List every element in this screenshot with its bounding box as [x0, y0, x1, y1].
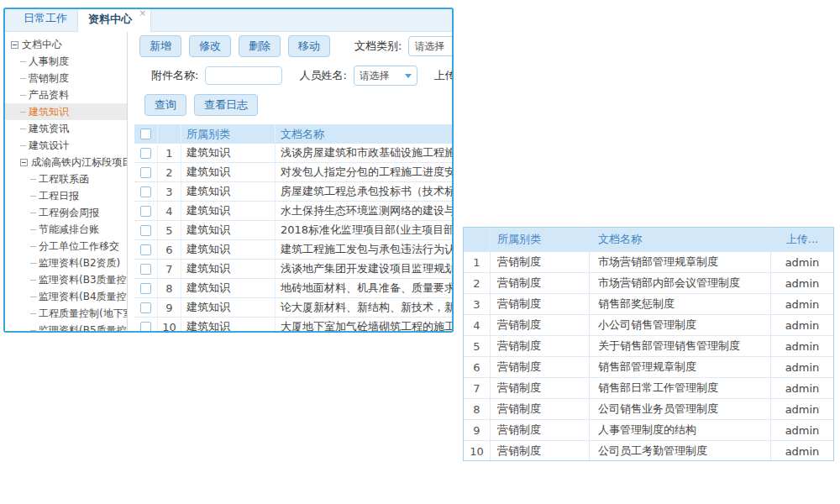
tree-item-supervision-b2[interactable]: 监理资料(B2资质) — [5, 255, 127, 271]
row-checkbox[interactable] — [140, 244, 151, 255]
delete-button[interactable]: 删除 — [239, 35, 281, 57]
table-row[interactable]: 6 营销制度 销售部管理规章制度 admin — [464, 356, 833, 377]
close-icon[interactable]: × — [139, 8, 146, 18]
table-row[interactable]: 9 建筑知识 论大厦新材料、新结构、新技术，新工... — [134, 298, 452, 318]
table-row[interactable]: 9 营销制度 人事管理制度的结构 admin — [464, 419, 833, 440]
tree-item-weekly-meeting[interactable]: 工程例会周报 — [5, 204, 127, 221]
row-category: 营销制度 — [491, 399, 590, 419]
table-row[interactable]: 7 营销制度 销售部日常工作管理制度 admin — [464, 377, 833, 398]
table-row[interactable]: 8 建筑知识 地砖地面材料、机具准备、质量要求及... — [134, 279, 452, 298]
row-checkbox[interactable] — [140, 167, 151, 178]
row-category: 营销制度 — [491, 336, 590, 356]
tree-item-energy-ledger[interactable]: 节能减排台账 — [5, 221, 127, 238]
collapse-icon[interactable] — [20, 159, 28, 166]
tree-item-product-data[interactable]: 产品资料 — [5, 87, 127, 103]
tree-item-quality-basement[interactable]: 工程质量控制(地下室) — [5, 305, 127, 322]
select-all-checkbox[interactable] — [140, 129, 151, 139]
row-checkbox[interactable] — [140, 148, 151, 159]
collapse-icon[interactable] — [11, 41, 18, 49]
row-category: 建筑知识 — [181, 260, 276, 278]
row-checkbox[interactable] — [140, 322, 151, 332]
row-doc-name: 销售部日常工作管理制度 — [590, 378, 771, 398]
row-index: 9 — [158, 298, 181, 317]
row-doc-name: 房屋建筑工程总承包投标书（技术标）... — [276, 182, 452, 201]
row-uploader: admin — [771, 294, 833, 314]
view-log-button[interactable]: 查看日志 — [194, 94, 258, 116]
tree-item-label: 产品资料 — [29, 87, 69, 103]
table-row[interactable]: 1 建筑知识 浅谈房屋建筑和市政基础设施工程施工... — [134, 144, 452, 163]
add-button[interactable]: 新增 — [139, 35, 181, 57]
table-row[interactable]: 1 营销制度 市场营销部管理规章制度 admin — [464, 251, 833, 272]
row-index: 6 — [464, 357, 491, 377]
table-row[interactable]: 4 建筑知识 水土保持生态环境监测网络的建设与资... — [134, 202, 452, 221]
tree-item-label: 成渝高铁内江标段项目 — [31, 154, 128, 171]
doc-name-header: 文档名称 — [590, 228, 771, 251]
tree-item-building-design[interactable]: 建筑设计 — [5, 137, 127, 154]
table-row[interactable]: 5 建筑知识 2018标准化监理项目部(业主项目部)人员... — [134, 221, 452, 240]
tree-item-supervision-b4[interactable]: 监理资料(B4质量控制) — [5, 288, 127, 305]
tree-item-label: 工程例会周报 — [39, 204, 99, 221]
row-index: 8 — [464, 399, 491, 419]
row-doc-name: 小公司销售管理制度 — [590, 315, 771, 335]
table-row[interactable]: 2 营销制度 市场营销部内部会议管理制度 admin — [464, 272, 833, 293]
content-panel: 新增 修改 删除 移动 文档类别: 请选择 文档名称: 附件名称: 人员姓名: … — [128, 32, 452, 331]
row-doc-name: 关于销售部管理销售管理制度 — [590, 336, 771, 356]
row-checkbox[interactable] — [140, 206, 151, 217]
tree-item-project-daily[interactable]: 工程日报 — [5, 187, 127, 204]
row-category: 营销制度 — [491, 315, 590, 335]
doc-category-select[interactable]: 请选择 — [408, 36, 452, 56]
row-index: 8 — [158, 279, 181, 297]
row-checkbox[interactable] — [140, 283, 151, 294]
table-row[interactable]: 10 建筑知识 大厦地下室加气砼墙砌筑工程的施工方... — [134, 318, 452, 331]
tree-item-building-news[interactable]: 建筑资讯 — [5, 120, 127, 137]
tree-item-clipped[interactable]: 监理资料(B5质量控制) — [5, 322, 127, 331]
table-row[interactable]: 4 营销制度 小公司销售管理制度 admin — [464, 314, 833, 335]
tree-connector — [20, 95, 26, 96]
row-checkbox[interactable] — [140, 302, 151, 313]
tree-item-label: 人事制度 — [29, 53, 69, 70]
row-doc-name: 论大厦新材料、新结构、新技术，新工... — [276, 298, 452, 317]
row-doc-name: 人事管理制度的结构 — [590, 420, 771, 440]
row-category: 建筑知识 — [181, 182, 276, 201]
table-row[interactable]: 2 建筑知识 对发包人指定分包的工程施工进度安排... — [134, 163, 452, 182]
row-doc-name: 浅谈地产集团开发建设项目监理规划编... — [276, 260, 452, 278]
row-checkbox[interactable] — [140, 225, 151, 236]
row-checkbox[interactable] — [140, 186, 151, 197]
tree-item-project-letters[interactable]: 工程联系函 — [5, 171, 127, 187]
table-row[interactable]: 7 建筑知识 浅谈地产集团开发建设项目监理规划编... — [134, 260, 452, 279]
tree-item-supervision-b3[interactable]: 监理资料(B3质量控制) — [5, 271, 127, 288]
tab-data-center[interactable]: 资料中心 × — [77, 8, 151, 32]
row-uploader: admin — [771, 378, 833, 398]
upload-date-label: 上传日期: — [434, 68, 452, 83]
row-checkbox[interactable] — [140, 264, 151, 275]
table-row[interactable]: 3 营销制度 销售部奖惩制度 admin — [464, 293, 833, 314]
table-header: 所属别类 文档名称 — [134, 124, 452, 144]
person-name-select[interactable]: 请选择 — [354, 66, 417, 86]
tree-connector — [30, 330, 36, 331]
row-category: 建筑知识 — [181, 144, 276, 162]
tree-item-work-transfer[interactable]: 分工单位工作移交 — [5, 238, 127, 255]
tree-item-marketing-policy[interactable]: 营销制度 — [5, 70, 127, 87]
tree-item-label: 监理资料(B5质量控制) — [39, 322, 128, 331]
move-button[interactable]: 移动 — [288, 35, 330, 57]
tree-item-document-center[interactable]: 文档中心 — [5, 36, 127, 53]
attachment-name-input[interactable] — [205, 66, 282, 85]
tree-item-building-knowledge[interactable]: 建筑知识 — [5, 103, 127, 120]
table-row[interactable]: 3 建筑知识 房屋建筑工程总承包投标书（技术标）... — [134, 182, 452, 202]
tree-connector — [30, 246, 36, 247]
row-index: 6 — [158, 240, 181, 259]
row-uploader: admin — [771, 336, 833, 356]
table-row[interactable]: 8 营销制度 公司销售业务员管理制度 admin — [464, 398, 833, 419]
table-row[interactable]: 10 营销制度 公司员工考勤管理制度 admin — [464, 440, 833, 461]
table-row[interactable]: 6 建筑知识 建筑工程施工发包与承包违法行为认定... — [134, 240, 452, 260]
tree-item-chengyu-project[interactable]: 成渝高铁内江标段项目 — [5, 154, 127, 171]
table-row[interactable]: 5 营销制度 关于销售部管理销售管理制度 admin — [464, 335, 833, 356]
row-doc-name: 水土保持生态环境监测网络的建设与资... — [276, 202, 452, 220]
tree-item-label: 建筑设计 — [29, 137, 69, 154]
query-button[interactable]: 查询 — [144, 94, 186, 116]
edit-button[interactable]: 修改 — [189, 35, 231, 57]
tab-daily-work[interactable]: 日常工作 — [13, 8, 77, 31]
tree-item-hr-policy[interactable]: 人事制度 — [5, 53, 127, 70]
row-doc-name: 浅谈房屋建筑和市政基础设施工程施工... — [276, 144, 452, 162]
main-area: 文档中心 人事制度 营销制度 产品资料 建筑知识 建筑资讯 — [5, 32, 452, 331]
